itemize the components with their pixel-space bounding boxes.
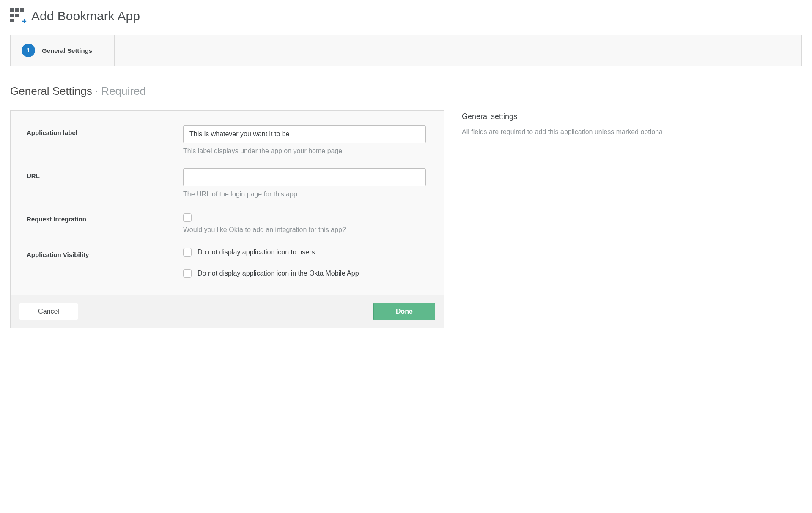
app-grid-add-icon: + [10,8,25,24]
form-panel: Application label This label displays un… [10,110,444,328]
application-label-input[interactable] [183,125,426,143]
request-integration-checkbox[interactable] [183,213,192,222]
hint-request-integration: Would you like Okta to add an integratio… [183,226,428,234]
page-title: Add Bookmark App [31,9,140,23]
step-number-badge: 1 [22,44,35,57]
step-label: General Settings [42,47,92,54]
visibility-hide-users-label: Do not display application icon to users [198,248,315,256]
label-application-visibility: Application Visibility [27,247,183,258]
label-request-integration: Request Integration [27,212,183,223]
section-subtitle: · Required [95,85,146,97]
label-url: URL [27,168,183,179]
label-application-label: Application label [27,125,183,136]
section-heading: General Settings · Required [10,85,802,98]
cancel-button[interactable]: Cancel [19,303,78,320]
wizard-steps: 1 General Settings [10,35,802,66]
hint-url: The URL of the login page for this app [183,190,428,198]
form-footer: Cancel Done [11,295,444,328]
sidebar-title: General settings [462,112,802,121]
url-input[interactable] [183,168,426,186]
wizard-step-general-settings[interactable]: 1 General Settings [11,35,115,66]
visibility-hide-mobile-checkbox[interactable] [183,269,192,278]
page-header: + Add Bookmark App [10,8,802,24]
section-title: General Settings [10,85,92,97]
sidebar-text: All fields are required to add this appl… [462,127,802,138]
hint-application-label: This label displays under the app on you… [183,147,428,155]
done-button[interactable]: Done [373,303,435,320]
visibility-hide-mobile-label: Do not display application icon in the O… [198,270,359,277]
visibility-hide-users-checkbox[interactable] [183,248,192,256]
sidebar-help: General settings All fields are required… [462,110,802,138]
